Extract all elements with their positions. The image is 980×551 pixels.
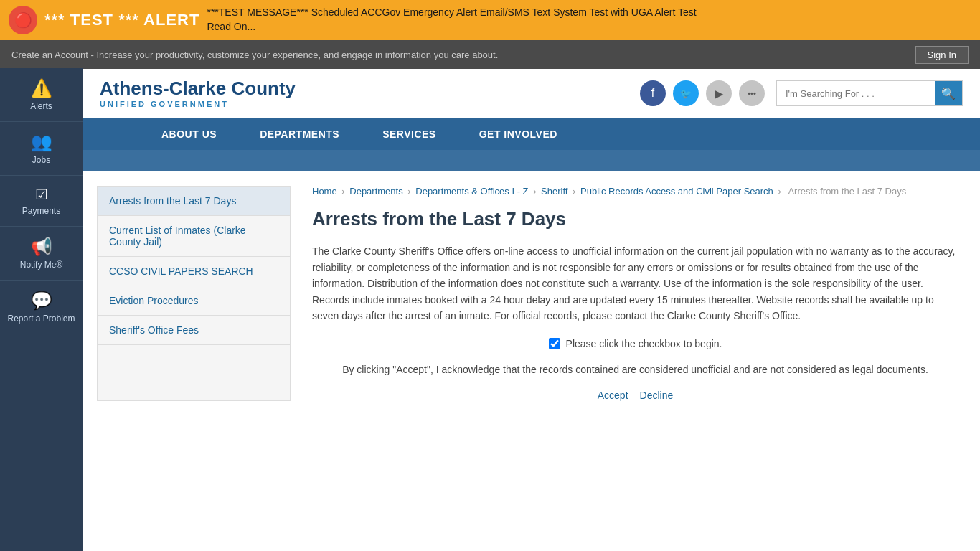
account-bar: Create an Account - Increase your produc… (0, 40, 980, 69)
sidebar-label-payments: Payments (22, 206, 60, 216)
breadcrumb-current: Arrests from the Last 7 Days (788, 186, 906, 197)
left-nav-item-eviction[interactable]: Eviction Procedures (98, 286, 290, 316)
twitter-icon[interactable]: 🐦 (673, 80, 699, 106)
sidebar-item-report[interactable]: 💬 Report a Problem (0, 281, 83, 334)
breadcrumb-sheriff[interactable]: Sheriff (541, 186, 567, 197)
left-sidebar: ⚠️ Alerts 👥 Jobs ☑ Payments 📢 Notify Me®… (0, 68, 83, 551)
sidebar-label-notify: Notify Me® (20, 260, 63, 270)
report-icon: 💬 (31, 291, 52, 311)
logo-sub: UNIFIED GOVERNMENT (100, 100, 296, 109)
breadcrumb: Home › Departments › Departments & Offic… (312, 186, 958, 197)
left-nav-item-fees[interactable]: Sheriff's Office Fees (98, 316, 290, 345)
sidebar-item-jobs[interactable]: 👥 Jobs (0, 122, 83, 176)
action-links: Accept Decline (312, 390, 958, 401)
search-button[interactable]: 🔍 (935, 81, 962, 105)
youtube-icon[interactable]: ▶ (706, 80, 732, 106)
alert-banner: 🔴 *** TEST *** ALERT ***TEST MESSAGE*** … (0, 0, 980, 40)
breadcrumb-departments[interactable]: Departments (349, 186, 402, 197)
logo-text: Athens-Clarke County UNIFIED GOVERNMENT (100, 77, 296, 109)
logo-area: Athens-Clarke County UNIFIED GOVERNMENT (100, 77, 296, 109)
alert-badge: *** TEST *** ALERT (44, 11, 199, 29)
left-nav: Arrests from the Last 7 Days Current Lis… (97, 186, 291, 401)
sign-in-button[interactable]: Sign In (915, 46, 969, 64)
page-title: Arrests from the Last 7 Days (312, 208, 958, 230)
search-input[interactable] (777, 81, 935, 105)
nav-bar: ABOUT US DEPARTMENTS SERVICES GET INVOLV… (83, 118, 980, 150)
acknowledge-text: By clicking "Accept", I acknowledge that… (312, 364, 958, 375)
logo-name: Athens-Clarke County (100, 77, 296, 100)
search-box: 🔍 (776, 80, 963, 106)
checkbox-label: Please click the checkbox to begin. (566, 338, 722, 349)
jobs-icon: 👥 (31, 132, 52, 152)
nav-services[interactable]: SERVICES (361, 118, 458, 150)
breadcrumb-offices[interactable]: Departments & Offices I - Z (415, 186, 528, 197)
header-top: Athens-Clarke County UNIFIED GOVERNMENT … (83, 69, 980, 118)
accept-link[interactable]: Accept (598, 390, 628, 401)
nav-get-involved[interactable]: GET INVOLVED (458, 118, 579, 150)
more-icon[interactable]: ••• (739, 80, 765, 106)
content-body: The Clarke County Sheriff's Office offer… (312, 243, 958, 324)
notify-icon: 📢 (31, 237, 52, 257)
nav-about-us[interactable]: ABOUT US (140, 118, 238, 150)
left-nav-item-arrests[interactable]: Arrests from the Last 7 Days (98, 187, 290, 216)
begin-checkbox[interactable] (549, 338, 560, 349)
facebook-icon[interactable]: f (640, 80, 666, 106)
social-icons: f 🐦 ▶ ••• (640, 80, 765, 106)
alerts-icon: ⚠️ (31, 78, 52, 98)
payments-icon: ☑ (35, 186, 48, 203)
alert-message: ***TEST MESSAGE*** Scheduled ACCGov Emer… (207, 6, 696, 34)
checkbox-area: Please click the checkbox to begin. (312, 338, 958, 349)
sidebar-label-jobs: Jobs (32, 155, 50, 165)
account-bar-text: Create an Account - Increase your produc… (11, 50, 498, 60)
sidebar-label-alerts: Alerts (30, 101, 52, 111)
breadcrumb-home[interactable]: Home (312, 186, 337, 197)
nav-departments[interactable]: DEPARTMENTS (238, 118, 361, 150)
header-right: f 🐦 ▶ ••• 🔍 (640, 80, 963, 106)
sidebar-item-notify[interactable]: 📢 Notify Me® (0, 227, 83, 281)
main-wrap: Arrests from the Last 7 Days Current Lis… (83, 171, 980, 415)
content-area: Home › Departments › Departments & Offic… (291, 171, 980, 415)
header: Athens-Clarke County UNIFIED GOVERNMENT … (83, 69, 980, 150)
sidebar-item-payments[interactable]: ☑ Payments (0, 176, 83, 227)
sidebar-item-alerts[interactable]: ⚠️ Alerts (0, 68, 83, 122)
breadcrumb-public-records[interactable]: Public Records Access and Civil Paper Se… (580, 186, 773, 197)
alert-icon: 🔴 (9, 6, 37, 34)
left-nav-item-inmates[interactable]: Current List of Inmates (Clarke County J… (98, 216, 290, 257)
blue-bar (83, 150, 980, 171)
left-nav-item-civil[interactable]: CCSO CIVIL PAPERS SEARCH (98, 257, 290, 286)
decline-link[interactable]: Decline (640, 390, 674, 401)
sidebar-label-report: Report a Problem (7, 314, 75, 324)
